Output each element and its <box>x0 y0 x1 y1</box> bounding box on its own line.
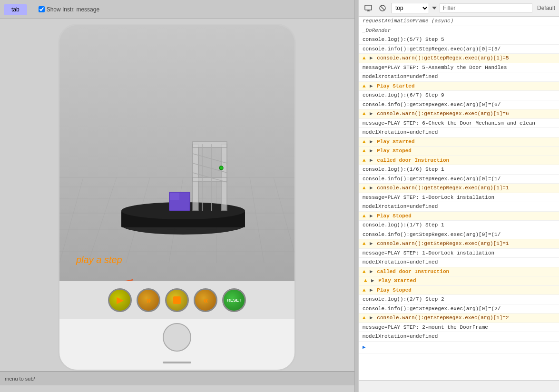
entry-text: console.info():getStepRegex.exec(arg)[0]… <box>363 232 500 237</box>
filter-input[interactable] <box>440 3 532 13</box>
entry-text: Play Started <box>377 83 414 89</box>
entry-text: console.warn():getStepRegex.exec(arg)[1]… <box>377 111 509 117</box>
expand-icon: ▶ <box>370 287 373 293</box>
console-entry: console.info():getStepRegex.exec(arg)[0]… <box>359 230 559 240</box>
console-output[interactable]: requestAnimationFrame (async) _DoRender … <box>359 17 559 380</box>
entry-text: Play Stoped <box>377 148 412 154</box>
console-entry: console.info():getStepRegex.exec(arg)[0]… <box>359 45 559 54</box>
expand-icon: ▶ <box>370 111 373 117</box>
blue-expand-icon[interactable]: ▶ <box>363 344 366 350</box>
console-entry: console.log():(1/6) Step 1 <box>359 165 559 175</box>
warn-triangle-icon: ▲ <box>363 185 366 191</box>
entry-text: Play Stoped <box>377 213 412 219</box>
console-entry: console.info():getStepRegex.exec(arg)[0]… <box>359 304 559 314</box>
entry-text: message=PLAY STEP: 6-Check the Door Mech… <box>363 120 535 126</box>
expand-icon: ▶ <box>370 241 373 246</box>
console-entry: console.info():getStepRegex.exec(arg)[0]… <box>359 175 559 184</box>
expand-icon: ▶ <box>370 315 373 321</box>
bottom-status-bar: menu to sub/ <box>0 371 354 385</box>
svg-point-26 <box>219 166 223 170</box>
console-entry-warn: ▲ ▶ console.warn():getStepRegex.exec(arg… <box>359 239 559 249</box>
console-entry: console.log():(5/7) Step 5 <box>359 35 559 45</box>
screen-icon <box>364 4 372 12</box>
console-entry-warn: ▲ ▶ called door Instruction <box>359 267 559 277</box>
console-entry: modelXrotation=undefined <box>359 128 559 137</box>
expand-icon: ▶ <box>370 83 373 89</box>
entry-text: modelXrotation=undefined <box>363 74 438 79</box>
home-button[interactable] <box>163 323 191 352</box>
play-button[interactable]: ▶ <box>108 288 132 312</box>
phone-frame: play a step ▶ » <box>58 24 296 371</box>
entry-text: console.warn():getStepRegex.exec(arg)[1]… <box>377 185 509 191</box>
entry-text: console.log():(1/6) Step 1 <box>363 167 444 172</box>
expand-icon: ▶ <box>370 139 373 145</box>
expand-icon: ▶ <box>370 185 373 191</box>
warn-triangle-icon: ▲ <box>363 269 366 274</box>
console-entry: _DoRender <box>359 26 559 36</box>
stop-button[interactable] <box>165 288 189 312</box>
console-entry: requestAnimationFrame (async) <box>359 17 559 26</box>
svg-rect-36 <box>365 5 372 10</box>
entry-text: modelXrotation=undefined <box>363 204 438 209</box>
entry-text: called door Instruction <box>377 269 449 274</box>
console-entry-warn: ▲ ▶ Play Stoped <box>359 147 559 156</box>
console-entry-warn: ▲ ▶ Play Stoped <box>359 212 559 221</box>
show-instr-checkbox[interactable] <box>39 6 45 12</box>
svg-line-40 <box>380 6 384 10</box>
toolbar-tab[interactable]: tab <box>4 4 27 15</box>
warn-triangle-icon: ▲ <box>363 287 366 293</box>
expand-icon: ▶ <box>370 157 373 163</box>
entry-text: console.info():getStepRegex.exec(arg)[0]… <box>363 306 500 312</box>
devtools-icon-btn-1[interactable] <box>363 2 374 14</box>
entry-text: message=PLAY STEP: 1-DoorLock installati… <box>363 250 494 256</box>
entry-text: modelXrotation=undefined <box>363 259 438 265</box>
console-entry: console.log():(2/7) Step 2 <box>359 295 559 304</box>
console-entry: modelXrotation=undefined <box>359 258 559 267</box>
entry-text: called door Instruction <box>377 157 449 163</box>
console-entry-warn: ▲ ▶ console.warn():getStepRegex.exec(arg… <box>359 314 559 323</box>
reset-button[interactable]: RESET <box>222 288 246 312</box>
svg-rect-19 <box>193 142 227 147</box>
expand-icon: ▶ <box>370 148 373 154</box>
entry-text: console.info():getStepRegex.exec(arg)[0]… <box>363 102 500 108</box>
console-entry: message=PLAY STEP: 2-mount the DoorFrame <box>359 323 559 333</box>
rewind-button[interactable]: « <box>194 288 217 312</box>
warn-triangle-icon: ▲ <box>363 315 366 321</box>
warn-triangle-icon: ▲ <box>363 139 366 145</box>
3d-scene: play a step <box>59 25 294 281</box>
dropdown-icon <box>432 6 437 10</box>
console-entry: message=PLAY STEP: 1-DoorLock installati… <box>359 193 559 203</box>
console-entry: console.info():getStepRegex.exec(arg)[0]… <box>359 100 559 110</box>
play-step-text: play a step <box>76 255 122 265</box>
devtools-ban-btn[interactable] <box>377 2 388 14</box>
console-entry-warn: ▲ ▶ console.warn():getStepRegex.exec(arg… <box>359 54 559 63</box>
entry-text: Play Started <box>377 139 414 145</box>
warn-triangle-icon: ▲ <box>363 157 366 163</box>
scroll-divider[interactable] <box>354 0 358 392</box>
console-entry-warn: ▲ ▶ console.warn():getStepRegex.exec(arg… <box>359 109 559 119</box>
console-entry: message=PLAY STEP: 1-DoorLock installati… <box>359 249 559 258</box>
status-text: menu to sub/ <box>5 376 35 382</box>
entry-text: console.log():(5/7) Step 5 <box>363 37 444 42</box>
console-entry-expand[interactable]: ▶ <box>359 342 559 354</box>
console-entry: console.log():(1/7) Step 1 <box>359 221 559 230</box>
fast-forward-button[interactable]: » <box>137 288 160 312</box>
warn-triangle-icon: ▲ <box>363 241 366 246</box>
warn-triangle-icon: ▲ <box>363 55 366 61</box>
entry-text: message=PLAY STEP: 2-mount the DoorFrame <box>363 324 488 330</box>
entry-text: console.info():getStepRegex.exec(arg)[0]… <box>363 176 500 182</box>
warn-triangle-icon: ▲ <box>364 278 367 284</box>
expand-icon: ▶ <box>370 269 373 274</box>
console-entry: modelXrotation=undefined <box>359 72 559 82</box>
console-entry-play-started: ▲ ▶ Play Started <box>359 276 559 286</box>
devtools-panel: top Default requestAnimationFrame (async… <box>358 0 559 392</box>
entry-text: modelXrotation=undefined <box>363 333 438 339</box>
ban-icon <box>379 4 386 12</box>
warn-triangle-icon: ▲ <box>363 83 366 89</box>
entry-text: console.log():(1/7) Step 1 <box>363 222 444 228</box>
entry-text: console.info():getStepRegex.exec(arg)[0]… <box>363 46 500 52</box>
entry-text: console.warn():getStepRegex.exec(arg)[1]… <box>377 55 509 61</box>
console-bottom-bar <box>359 380 559 392</box>
warn-triangle-icon: ▲ <box>363 148 366 154</box>
context-selector[interactable]: top <box>391 3 429 13</box>
